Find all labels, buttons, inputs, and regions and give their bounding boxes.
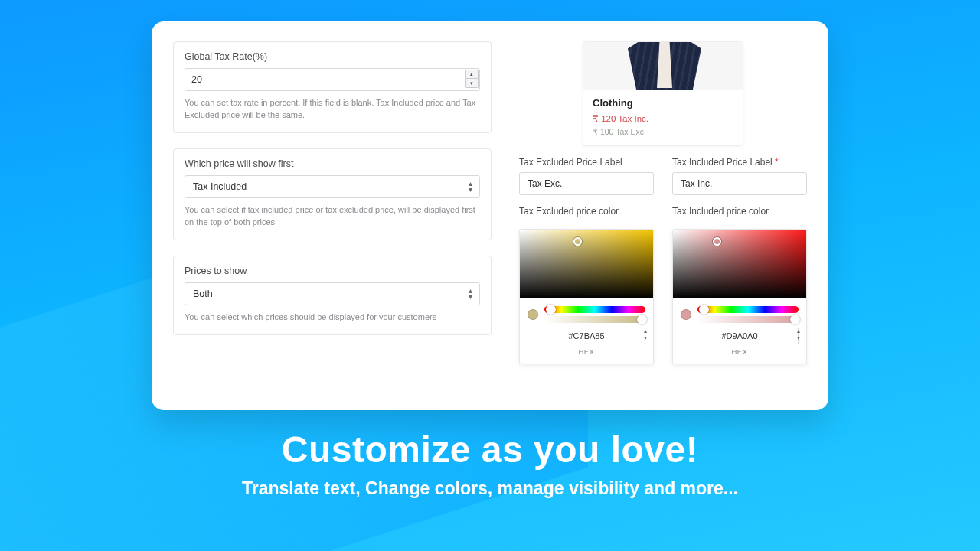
sv-handle-icon[interactable]	[573, 237, 582, 246]
tax-included-label-input[interactable]	[672, 172, 807, 195]
prices-to-show-label: Prices to show	[185, 266, 480, 276]
saturation-value-field[interactable]	[673, 230, 806, 298]
marketing-subline: Translate text, Change colors, manage vi…	[0, 478, 980, 499]
color-pickers-row: Tax Excluded price color	[519, 206, 807, 364]
hex-format-label: HEX	[731, 347, 747, 356]
which-price-first-select[interactable]	[185, 175, 480, 198]
settings-panel: Global Tax Rate(%) ▴ ▾ You can set tax r…	[152, 21, 828, 410]
tax-excluded-label-fieldlabel: Tax Excluded Price Label	[519, 157, 654, 168]
global-tax-rate-help: You can set tax rate in percent. If this…	[185, 97, 480, 122]
tax-included-color-picker[interactable]: ▴▾ HEX	[672, 229, 807, 364]
prices-to-show-select[interactable]	[185, 282, 480, 305]
sv-handle-icon[interactable]	[713, 237, 721, 246]
global-tax-rate-card: Global Tax Rate(%) ▴ ▾ You can set tax r…	[173, 41, 492, 133]
select-caret-icon: ▴▾	[469, 181, 472, 193]
color-swatch-icon	[528, 309, 538, 320]
tax-included-color-label: Tax Included price color	[672, 206, 807, 217]
alpha-slider-thumb[interactable]	[790, 315, 800, 324]
global-tax-rate-label: Global Tax Rate(%)	[185, 51, 480, 62]
required-asterisk: *	[775, 157, 779, 168]
tax-included-label-fieldlabel: Tax Included Price Label *	[672, 157, 807, 168]
prices-to-show-help: You can select which prices should be di…	[185, 311, 480, 324]
hue-slider-thumb[interactable]	[699, 305, 709, 315]
tax-excluded-color-label: Tax Excluded price color	[519, 206, 654, 217]
spinner-up-icon[interactable]: ▴	[465, 70, 479, 79]
hue-slider[interactable]	[697, 306, 799, 313]
prices-to-show-card: Prices to show ▴▾ You can select which p…	[173, 256, 492, 335]
alpha-slider-thumb[interactable]	[637, 315, 647, 324]
tax-excluded-label-input[interactable]	[519, 172, 654, 195]
price-label-inputs: Tax Excluded Price Label Tax Included Pr…	[519, 157, 807, 195]
product-preview-image	[583, 42, 743, 90]
select-caret-icon: ▴▾	[469, 288, 472, 300]
which-price-first-card: Which price will show first ▴▾ You can s…	[173, 148, 492, 240]
alpha-slider[interactable]	[544, 316, 645, 323]
preview-price-tax-inc: ₹ 120 Tax Inc.	[593, 113, 733, 124]
alpha-slider[interactable]	[697, 316, 799, 323]
right-column: Clothing ₹ 120 Tax Inc. ₹ 100 Tax Exc. T…	[519, 41, 807, 395]
which-price-first-label: Which price will show first	[185, 158, 480, 169]
marketing-headline: Customize as you love!	[0, 429, 980, 471]
hex-input[interactable]	[681, 328, 799, 344]
global-tax-rate-input[interactable]	[185, 68, 480, 91]
saturation-value-field[interactable]	[520, 230, 653, 298]
format-cycle-icon[interactable]: ▴▾	[797, 328, 800, 341]
marketing-copy: Customize as you love! Translate text, C…	[0, 429, 980, 499]
product-preview-card: Clothing ₹ 120 Tax Inc. ₹ 100 Tax Exc.	[583, 41, 743, 146]
preview-price-tax-exc: ₹ 100 Tax Exc.	[593, 127, 733, 136]
number-spinner[interactable]: ▴ ▾	[465, 70, 479, 88]
color-swatch-icon	[681, 309, 691, 320]
hex-input[interactable]	[528, 328, 645, 344]
spinner-down-icon[interactable]: ▾	[465, 79, 479, 88]
format-cycle-icon[interactable]: ▴▾	[644, 328, 647, 341]
hex-format-label: HEX	[578, 347, 594, 356]
hue-slider-thumb[interactable]	[546, 305, 556, 315]
left-column: Global Tax Rate(%) ▴ ▾ You can set tax r…	[173, 41, 492, 395]
hue-slider[interactable]	[544, 306, 645, 313]
tax-excluded-color-picker[interactable]: ▴▾ HEX	[519, 229, 654, 364]
product-preview-title: Clothing	[593, 97, 733, 109]
which-price-first-help: You can select if tax included price or …	[185, 204, 480, 229]
